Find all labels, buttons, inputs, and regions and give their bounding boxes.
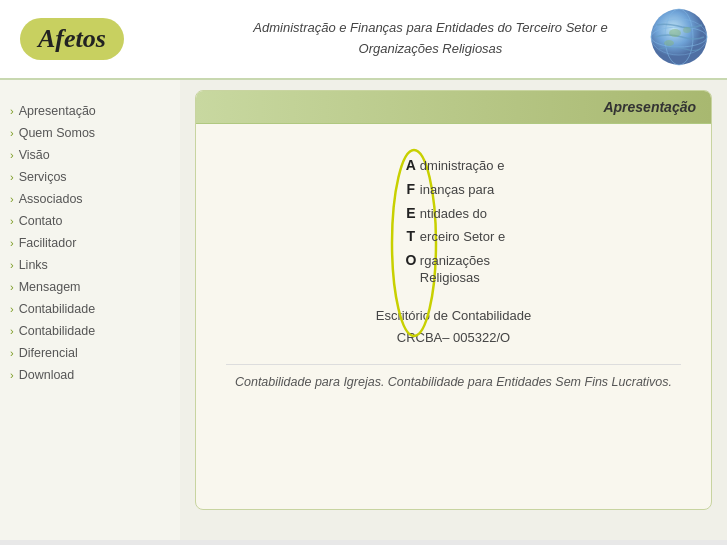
section-title: Apresentação (603, 99, 696, 115)
sidebar-item-servicos[interactable]: › Serviços (10, 166, 170, 188)
text-t: erceiro Setor e (420, 226, 505, 248)
sidebar-item-diferencial[interactable]: › Diferencial (10, 342, 170, 364)
sidebar-item-mensagem[interactable]: › Mensagem (10, 276, 170, 298)
text-a: dministração e (420, 155, 505, 177)
svg-point-6 (664, 40, 674, 46)
header: Afetos Administração e Finanças para Ent… (0, 0, 727, 80)
chevron-icon: › (10, 237, 14, 249)
chevron-icon: › (10, 325, 14, 337)
letter-t: T (402, 225, 420, 249)
chevron-icon: › (10, 149, 14, 161)
chevron-icon: › (10, 303, 14, 315)
tagline-line2: Organizações Religiosas (154, 39, 707, 60)
chevron-icon: › (10, 259, 14, 271)
logo-text: Afetos (38, 24, 106, 53)
chevron-icon: › (10, 193, 14, 205)
sidebar-item-label: Diferencial (19, 346, 78, 360)
sidebar-item-label: Associados (19, 192, 83, 206)
svg-point-5 (683, 27, 691, 33)
office-line1: Escritório de Contabilidade (226, 305, 681, 327)
sidebar-item-label: Download (19, 368, 75, 382)
footer-tagline: Contabilidade para Igrejas. Contabilidad… (226, 364, 681, 389)
acronym-row-t: T erceiro Setor e (402, 225, 505, 249)
sidebar-item-contabilidade-1[interactable]: › Contabilidade (10, 298, 170, 320)
sidebar-item-download[interactable]: › Download (10, 364, 170, 386)
sidebar-item-label: Quem Somos (19, 126, 95, 140)
sidebar-item-contato[interactable]: › Contato (10, 210, 170, 232)
acronym-row-a: A dministração e (402, 154, 505, 178)
chevron-icon: › (10, 171, 14, 183)
sidebar-item-label: Visão (19, 148, 50, 162)
acronym-block: A dministração e F inanças para E ntidad… (402, 154, 505, 285)
letter-f: F (402, 178, 420, 202)
sidebar-item-label: Serviços (19, 170, 67, 184)
svg-point-4 (669, 29, 681, 37)
sidebar-item-apresentacao[interactable]: › Apresentação (10, 100, 170, 122)
text-f: inanças para (420, 179, 494, 201)
sidebar-item-facilitador[interactable]: › Facilitador (10, 232, 170, 254)
acronym-table: A dministração e F inanças para E ntidad… (402, 154, 505, 285)
sidebar: › Apresentação › Quem Somos › Visão › Se… (0, 80, 180, 540)
text-e: ntidades do (420, 203, 487, 225)
office-info: Escritório de Contabilidade CRCBA– 00532… (226, 305, 681, 349)
header-tagline: Administração e Finanças para Entidades … (154, 18, 707, 60)
sidebar-item-label: Mensagem (19, 280, 81, 294)
sidebar-item-label: Contabilidade (19, 324, 95, 338)
content-area: Apresentação A dministração e (180, 80, 727, 540)
sidebar-item-visao[interactable]: › Visão (10, 144, 170, 166)
chevron-icon: › (10, 281, 14, 293)
chevron-icon: › (10, 127, 14, 139)
letter-o: O (402, 249, 420, 273)
tagline-line1: Administração e Finanças para Entidades … (154, 18, 707, 39)
chevron-icon: › (10, 215, 14, 227)
chevron-icon: › (10, 347, 14, 359)
logo[interactable]: Afetos (20, 18, 124, 60)
office-line2: CRCBA– 005322/O (226, 327, 681, 349)
section-panel: Apresentação A dministração e (195, 90, 712, 510)
sidebar-item-label: Facilitador (19, 236, 77, 250)
sidebar-item-quem-somos[interactable]: › Quem Somos (10, 122, 170, 144)
sidebar-item-label: Contabilidade (19, 302, 95, 316)
letter-a: A (402, 154, 420, 178)
acronym-row-e: E ntidades do (402, 202, 505, 226)
sidebar-item-label: Links (19, 258, 48, 272)
sidebar-item-contabilidade-2[interactable]: › Contabilidade (10, 320, 170, 342)
sidebar-item-links[interactable]: › Links (10, 254, 170, 276)
text-o: rganizações (420, 250, 490, 272)
sidebar-item-label: Contato (19, 214, 63, 228)
globe-decoration (647, 5, 717, 75)
sidebar-item-associados[interactable]: › Associados (10, 188, 170, 210)
letter-e: E (402, 202, 420, 226)
section-body: A dministração e F inanças para E ntidad… (196, 124, 711, 409)
sidebar-item-label: Apresentação (19, 104, 96, 118)
chevron-icon: › (10, 105, 14, 117)
section-header: Apresentação (196, 91, 711, 124)
chevron-icon: › (10, 369, 14, 381)
acronym-row-f: F inanças para (402, 178, 505, 202)
main-layout: › Apresentação › Quem Somos › Visão › Se… (0, 80, 727, 540)
acronym-oval-wrapper: A dministração e F inanças para E ntidad… (402, 154, 505, 285)
